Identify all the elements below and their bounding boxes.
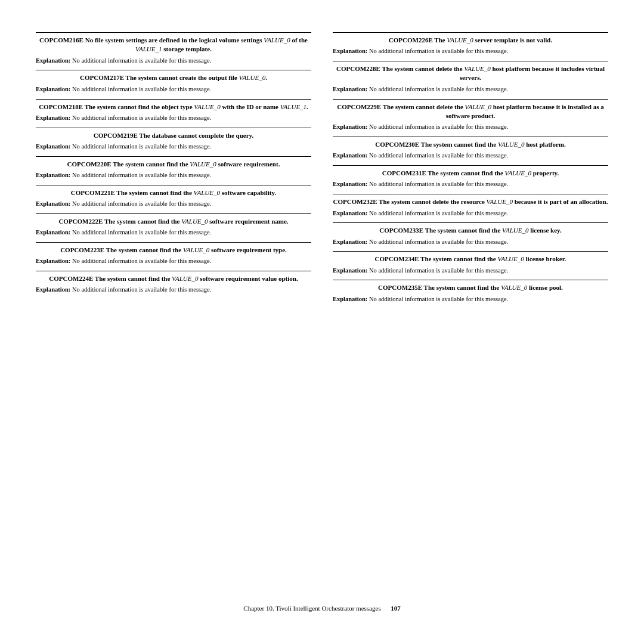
- entry-body: Explanation: No additional information i…: [333, 209, 608, 218]
- entry-copcom222e: COPCOM222E The system cannot find the VA…: [36, 213, 311, 237]
- footer: Chapter 10. Tivoli Intelligent Orchestra…: [36, 599, 608, 612]
- entry-title: COPCOM222E The system cannot find the VA…: [36, 217, 311, 226]
- entry-body: Explanation: No additional information i…: [36, 228, 311, 237]
- entry-copcom228e: COPCOM228E The system cannot delete the …: [333, 61, 608, 94]
- entry-title: COPCOM216E No file system settings are d…: [36, 36, 311, 54]
- entry-title: COPCOM231E The system cannot find the VA…: [333, 169, 608, 178]
- entry-copcom229e: COPCOM229E The system cannot delete the …: [333, 99, 608, 132]
- entry-title: COPCOM226E The VALUE_0 server template i…: [333, 36, 608, 45]
- entry-copcom216e: COPCOM216E No file system settings are d…: [36, 32, 311, 65]
- entry-title: COPCOM219E The database cannot complete …: [36, 131, 311, 140]
- entry-body: Explanation: No additional information i…: [333, 180, 608, 189]
- entry-body: Explanation: No additional information i…: [333, 47, 608, 56]
- entry-copcom231e: COPCOM231E The system cannot find the VA…: [333, 165, 608, 189]
- entry-body: Explanation: No additional information i…: [36, 57, 311, 66]
- entry-copcom234e: COPCOM234E The system cannot find the VA…: [333, 251, 608, 275]
- entry-body: Explanation: No additional information i…: [36, 171, 311, 180]
- entry-title: COPCOM229E The system cannot delete the …: [333, 103, 608, 121]
- entry-body: Explanation: No additional information i…: [36, 200, 311, 209]
- entry-copcom223e: COPCOM223E The system cannot find the VA…: [36, 242, 311, 266]
- page-number: 107: [391, 605, 401, 612]
- entry-copcom230e: COPCOM230E The system cannot find the VA…: [333, 137, 608, 160]
- entry-title: COPCOM220E The system cannot find the VA…: [36, 160, 311, 169]
- entry-title: COPCOM223E The system cannot find the VA…: [36, 246, 311, 255]
- entry-title: COPCOM217E The system cannot create the …: [36, 73, 311, 82]
- right-column: COPCOM226E The VALUE_0 server template i…: [333, 32, 608, 599]
- entry-copcom233e: COPCOM233E The system cannot find the VA…: [333, 222, 608, 246]
- content-area: COPCOM216E No file system settings are d…: [36, 32, 608, 599]
- entry-title: COPCOM233E The system cannot find the VA…: [333, 226, 608, 235]
- page: COPCOM216E No file system settings are d…: [0, 0, 644, 644]
- entry-copcom220e: COPCOM220E The system cannot find the VA…: [36, 156, 311, 180]
- entry-body: Explanation: No additional information i…: [333, 267, 608, 275]
- entry-body: Explanation: No additional information i…: [36, 143, 311, 151]
- entry-title: COPCOM218E The system cannot find the ob…: [36, 103, 311, 112]
- entry-title: COPCOM228E The system cannot delete the …: [333, 64, 608, 83]
- entry-title: COPCOM230E The system cannot find the VA…: [333, 140, 608, 149]
- entry-body: Explanation: No additional information i…: [333, 85, 608, 94]
- entry-body: Explanation: No additional information i…: [36, 286, 311, 295]
- entry-copcom226e: COPCOM226E The VALUE_0 server template i…: [333, 32, 608, 56]
- chapter-label: Chapter 10. Tivoli Intelligent Orchestra…: [243, 605, 380, 612]
- entry-copcom235e: COPCOM235E The system cannot find the VA…: [333, 280, 608, 304]
- entry-body: Explanation: No additional information i…: [333, 123, 608, 132]
- entry-copcom218e: COPCOM218E The system cannot find the ob…: [36, 99, 311, 123]
- left-column: COPCOM216E No file system settings are d…: [36, 32, 311, 599]
- entry-body: Explanation: No additional information i…: [36, 257, 311, 266]
- entry-copcom219e: COPCOM219E The database cannot complete …: [36, 128, 311, 151]
- entry-title: COPCOM232E The system cannot delete the …: [333, 197, 608, 206]
- entry-title: COPCOM235E The system cannot find the VA…: [333, 283, 608, 292]
- entry-body: Explanation: No additional information i…: [36, 85, 311, 94]
- entry-copcom217e: COPCOM217E The system cannot create the …: [36, 70, 311, 94]
- entry-copcom224e: COPCOM224E The system cannot find the VA…: [36, 271, 311, 295]
- entry-body: Explanation: No additional information i…: [333, 295, 608, 304]
- entry-title: COPCOM234E The system cannot find the VA…: [333, 255, 608, 264]
- entry-body: Explanation: No additional information i…: [333, 238, 608, 247]
- entry-copcom221e: COPCOM221E The system cannot find the VA…: [36, 185, 311, 209]
- entry-body: Explanation: No additional information i…: [333, 151, 608, 160]
- entry-title: COPCOM224E The system cannot find the VA…: [36, 274, 311, 283]
- entry-body: Explanation: No additional information i…: [36, 114, 311, 123]
- entry-copcom232e: COPCOM232E The system cannot delete the …: [333, 194, 608, 218]
- entry-title: COPCOM221E The system cannot find the VA…: [36, 188, 311, 197]
